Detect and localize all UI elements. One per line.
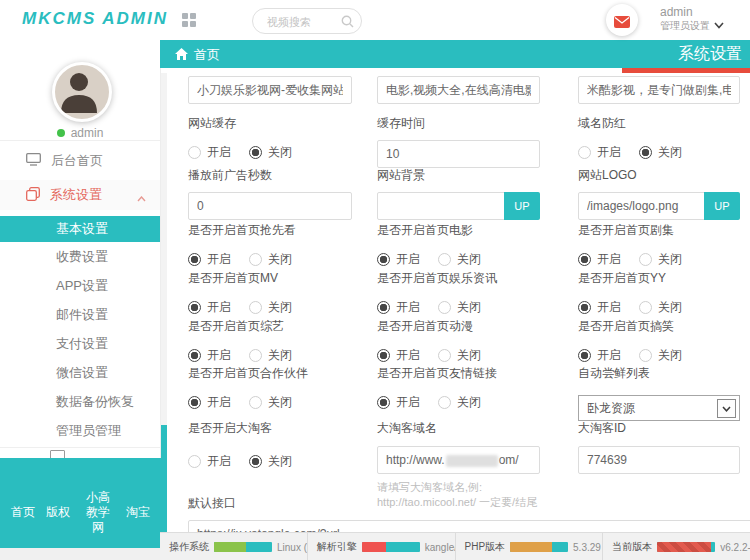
radio-on[interactable]: 开启: [188, 453, 231, 470]
field-label: 播放前广告秒数: [188, 167, 352, 184]
breadcrumb[interactable]: 首页: [175, 46, 220, 64]
field-label: 网站背景: [377, 167, 540, 184]
divider: [0, 140, 160, 141]
submenu-item-fee-settings[interactable]: 收费设置: [0, 242, 160, 271]
radio-on[interactable]: 开启: [578, 299, 621, 316]
monitor-icon: [26, 153, 41, 169]
radio-off[interactable]: 关闭: [438, 299, 481, 316]
radio-off[interactable]: 关闭: [639, 251, 682, 268]
field-label: 网站缓存: [188, 115, 352, 132]
field-label: 域名防红: [578, 115, 740, 132]
seo-description-input[interactable]: [578, 76, 740, 104]
radio-off[interactable]: 关闭: [639, 299, 682, 316]
radio-on[interactable]: 开启: [578, 347, 621, 364]
radio-off[interactable]: 关闭: [639, 347, 682, 364]
apps-grid-icon[interactable]: [182, 13, 196, 27]
seo-keywords-input[interactable]: [377, 76, 540, 104]
radio-on[interactable]: 开启: [578, 251, 621, 268]
radio-off[interactable]: 关闭: [249, 347, 292, 364]
radio-on[interactable]: 开启: [188, 251, 231, 268]
radio-off[interactable]: 关闭: [438, 394, 481, 411]
radio-on[interactable]: 开启: [377, 347, 420, 364]
submenu-item-pay-settings[interactable]: 支付设置: [0, 329, 160, 358]
radio-off[interactable]: 关闭: [639, 144, 682, 161]
field-toggle-funny: 是否开启首页搞笑 开启 关闭: [578, 318, 740, 363]
radio-off[interactable]: 关闭: [438, 251, 481, 268]
content-scrollbar[interactable]: [160, 73, 167, 532]
messages-button[interactable]: [606, 4, 638, 36]
settings-form: 网站缓存 开启 关闭 缓存时间 域名防红 开启 关闭 播放前广告秒: [160, 73, 750, 532]
user-menu[interactable]: admin 管理员设置: [660, 6, 710, 32]
field-toggle-friend-links: 是否开启首页友情链接 开启 关闭: [377, 365, 540, 410]
divider: [0, 447, 160, 448]
avatar[interactable]: [52, 62, 112, 122]
radio-on[interactable]: 开启: [377, 394, 420, 411]
submenu-item-app-settings[interactable]: APP设置: [0, 271, 160, 300]
sidebar-username: admin: [71, 126, 104, 140]
submenu-item-mail-settings[interactable]: 邮件设置: [0, 300, 160, 329]
default-api-input[interactable]: [188, 520, 750, 532]
system-settings-submenu: 基本设置 收费设置 APP设置 邮件设置 支付设置 微信设置 数据备份恢复 管理…: [0, 216, 160, 445]
radio-on[interactable]: 开启: [188, 144, 231, 161]
footer-link-xiaogao[interactable]: 小高教学网: [81, 490, 115, 535]
radio-off[interactable]: 关闭: [249, 299, 292, 316]
search-input[interactable]: [265, 12, 341, 31]
radio-on[interactable]: 开启: [188, 394, 231, 411]
sidebar-item-label: 后台首页: [51, 152, 103, 170]
field-default-api: 默认接口: [188, 495, 750, 532]
radio-on[interactable]: 开启: [188, 347, 231, 364]
radio-on[interactable]: 开启: [188, 299, 231, 316]
submenu-item-backup-restore[interactable]: 数据备份恢复: [0, 387, 160, 416]
ad-seconds-input[interactable]: [188, 192, 352, 220]
php-progress-bar: [510, 542, 568, 552]
title-red-underline: [622, 68, 750, 73]
seo-title-input[interactable]: [188, 76, 352, 104]
radio-on[interactable]: 开启: [377, 299, 420, 316]
sidebar-footer: 首页 版权 小高教学网 淘宝: [0, 458, 161, 548]
chevron-down-icon[interactable]: [714, 15, 724, 33]
submenu-item-wechat-settings[interactable]: 微信设置: [0, 358, 160, 387]
field-site-background: 网站背景 UP: [377, 167, 540, 220]
status-php: PHP版本 5.3.29: [455, 533, 603, 560]
radio-off[interactable]: 关闭: [249, 251, 292, 268]
field-toggle-mv: 是否开启首页MV 开启 关闭: [188, 270, 352, 315]
admin-app: MKCMS ADMIN admin 管理员设置 首页 系统设: [0, 0, 750, 560]
online-status: admin: [0, 126, 160, 140]
auto-fresh-select[interactable]: 卧龙资源: [578, 395, 740, 421]
user-name: admin: [660, 6, 710, 19]
field-toggle-variety: 是否开启首页综艺 开启 关闭: [188, 318, 352, 363]
radio-on[interactable]: 开启: [578, 144, 621, 161]
copy-icon: [26, 187, 40, 204]
field-toggle-partners: 是否开启首页合作伙伴 开启 关闭: [188, 365, 352, 410]
radio-on[interactable]: 开启: [377, 251, 420, 268]
submenu-item-basic-settings[interactable]: 基本设置: [0, 216, 160, 242]
top-header: MKCMS ADMIN admin 管理员设置: [0, 0, 750, 40]
envelope-icon: [614, 14, 630, 32]
page-header-bar: 首页 系统设置: [160, 40, 750, 68]
radio-off[interactable]: 关闭: [249, 394, 292, 411]
submenu-item-admin-manage[interactable]: 管理员管理: [0, 416, 160, 445]
sidebar-item-dashboard[interactable]: 后台首页: [0, 146, 160, 176]
online-dot-icon: [57, 129, 65, 137]
search-icon[interactable]: [341, 14, 354, 32]
footer-link-copyright[interactable]: 版权: [46, 505, 70, 520]
dataoke-domain-input[interactable]: http://www.om/: [377, 446, 540, 474]
field-toggle-ent-news: 是否开启首页娱乐资讯 开启 关闭: [377, 270, 540, 315]
selected-option: 卧龙资源: [587, 401, 635, 415]
radio-off[interactable]: 关闭: [438, 347, 481, 364]
field-toggle-series: 是否开启首页剧集 开启 关闭: [578, 222, 740, 267]
cache-time-input[interactable]: [377, 140, 540, 168]
radio-off[interactable]: 关闭: [249, 453, 292, 470]
field-auto-fresh-list: 自动尝鲜列表 卧龙资源: [578, 365, 740, 421]
upload-background-button[interactable]: UP: [504, 192, 540, 220]
radio-off[interactable]: 关闭: [249, 144, 292, 161]
scrollbar-thumb[interactable]: [160, 425, 167, 532]
footer-link-taobao[interactable]: 淘宝: [126, 505, 150, 520]
upload-logo-button[interactable]: UP: [704, 192, 740, 220]
status-version: 当前版本 v6.2.2-2019091: [602, 533, 750, 560]
sidebar-item-system-settings[interactable]: 系统设置: [0, 180, 160, 210]
field-site-cache: 网站缓存 开启 关闭: [188, 115, 352, 160]
dataoke-id-input[interactable]: [578, 446, 740, 474]
footer-link-home[interactable]: 首页: [11, 505, 35, 520]
field-cache-time: 缓存时间: [377, 115, 540, 168]
